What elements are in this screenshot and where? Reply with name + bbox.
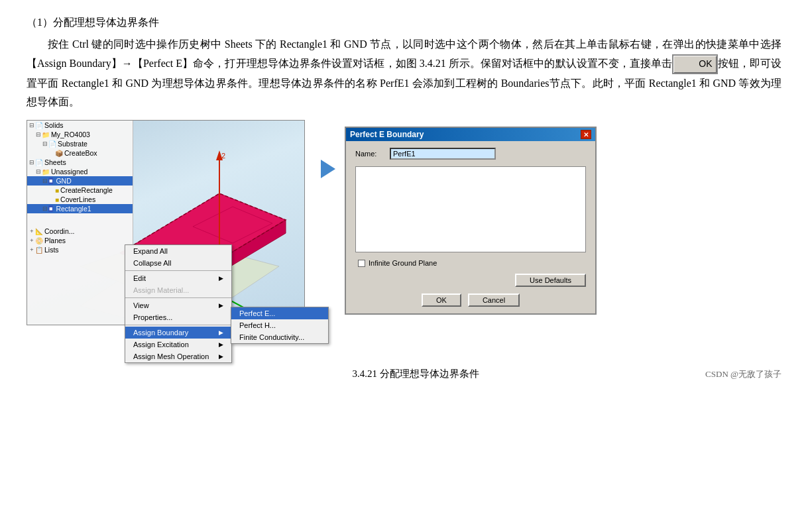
dialog-title: Perfect E Boundary <box>350 130 424 139</box>
perfect-e-dialog[interactable]: Perfect E Boundary ✕ Name: Infinite Grou… <box>345 127 597 315</box>
use-defaults-row: Use Defaults <box>355 274 586 287</box>
heading: （1）分配理想导体边界条件 <box>27 13 781 32</box>
ctx-edit[interactable]: Edit▶ <box>125 272 231 284</box>
ctx-assign-boundary[interactable]: Assign Boundary▶ <box>125 327 231 339</box>
page-content: （1）分配理想导体边界条件 按住 Ctrl 键的同时选中操作历史树中 Sheet… <box>27 13 781 380</box>
tree-row-my-ro4003: ⊟ 📁 My_RO4003 <box>27 130 133 139</box>
ok-inline-btn: OK <box>672 54 717 74</box>
left-figure: 2 ⊟ 📄 Solids ⊟ 📁 My_RO4003 <box>27 120 312 358</box>
dialog-close-button[interactable]: ✕ <box>581 130 591 139</box>
tree-row-substrate: ⊟ 📄 Substrate <box>27 139 133 148</box>
dialog-body: Name: Infinite Ground Plane Use Defaults… <box>346 141 595 313</box>
text-block: （1）分配理想导体边界条件 按住 Ctrl 键的同时选中操作历史树中 Sheet… <box>27 13 781 112</box>
context-menu: Expand All Collapse All Edit▶ Assign Mat… <box>125 244 232 363</box>
dialog-content-area <box>355 166 586 252</box>
tree-row-sheets: ⊟ 📄 Sheets <box>27 158 133 167</box>
submenu-perfect-h[interactable]: Perfect H... <box>231 319 328 331</box>
checkbox-row: Infinite Ground Plane <box>355 259 586 267</box>
watermark: CSDN @无敌了孩子 <box>705 368 781 380</box>
ok-button[interactable]: OK <box>422 293 461 307</box>
name-label: Name: <box>355 150 384 158</box>
ctx-assign-material: Assign Material... <box>125 284 231 296</box>
figure-area: 2 ⊟ 📄 Solids ⊟ 📁 My_RO4003 <box>27 120 781 358</box>
tree-row-planes: + 📀 Planes <box>27 236 133 245</box>
ctx-assign-mesh[interactable]: Assign Mesh Operation▶ <box>125 350 231 362</box>
dialog-titlebar: Perfect E Boundary ✕ <box>346 128 595 141</box>
ok-cancel-row: OK Cancel <box>355 293 586 307</box>
infinite-ground-checkbox[interactable] <box>358 260 365 267</box>
caption-text: 3.4.21 分配理想导体边界条件 <box>126 368 705 380</box>
checkbox-label: Infinite Ground Plane <box>369 259 437 267</box>
use-defaults-button[interactable]: Use Defaults <box>515 274 586 287</box>
tree-row-lists: + 📋 Lists <box>27 245 133 254</box>
ctx-assign-excitation[interactable]: Assign Excitation▶ <box>125 339 231 350</box>
tree-row-createbox: 📦 CreateBox <box>27 148 133 158</box>
paragraph: 按住 Ctrl 键的同时选中操作历史树中 Sheets 下的 Rectangle… <box>27 35 781 112</box>
name-input[interactable] <box>390 148 496 160</box>
ctx-view[interactable]: View▶ <box>125 299 231 311</box>
tree-row-unassigned: ⊟ 📁 Unassigned <box>27 167 133 176</box>
cancel-button[interactable]: Cancel <box>468 293 520 307</box>
tree-row-solids: ⊟ 📄 Solids <box>27 121 133 130</box>
tree-row-gnd[interactable]: ⊟ ■ GND <box>27 176 133 186</box>
figure-caption: 3.4.21 分配理想导体边界条件 CSDN @无敌了孩子 <box>27 368 781 380</box>
name-field-row: Name: <box>355 148 586 160</box>
svg-text:2: 2 <box>221 152 225 160</box>
tree-row-rectangle1[interactable]: ⊟ ■ Rectangle1 <box>27 204 133 213</box>
arrow-icon <box>321 160 335 178</box>
tree-row-coordin: + 📐 Coordin... <box>27 227 133 236</box>
arrow-connector <box>318 160 338 178</box>
ctx-expand-all[interactable]: Expand All <box>125 245 231 257</box>
ctx-collapse-all[interactable]: Collapse All <box>125 257 231 269</box>
tree-row-coverlines: ■ CoverLines <box>27 195 133 204</box>
submenu: Perfect E... Perfect H... Finite Conduct… <box>231 307 329 344</box>
submenu-finite-conductivity[interactable]: Finite Conductivity... <box>231 331 328 343</box>
submenu-perfect-e[interactable]: Perfect E... <box>231 307 328 319</box>
tree-sidebar: ⊟ 📄 Solids ⊟ 📁 My_RO4003 ⊟ 📄 Substrate <box>27 121 133 325</box>
tree-row-createrectangle: ■ CreateRectangle <box>27 186 133 195</box>
ctx-properties[interactable]: Properties... <box>125 311 231 323</box>
